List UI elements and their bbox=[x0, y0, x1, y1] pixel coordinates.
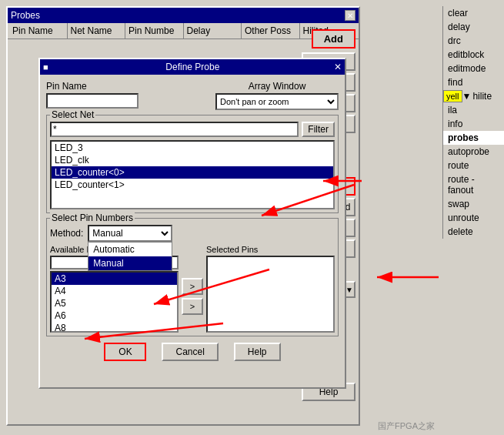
net-item-ledclk[interactable]: LED_clk bbox=[52, 154, 333, 166]
menu-delay[interactable]: delay bbox=[443, 20, 504, 34]
pin-name-input[interactable] bbox=[46, 93, 139, 109]
avail-pins-list[interactable]: A3 A4 A5 A6 A8 bbox=[50, 271, 179, 333]
method-select-container: Manual Automatic Automatic Manual bbox=[88, 225, 172, 242]
selected-pins-list[interactable] bbox=[206, 256, 335, 333]
probes-window: Probes ✕ Pin Name Net Name Pin Numbe Del… bbox=[6, 6, 360, 426]
define-probe-dialog: ■ Define Probe ✕ Pin Name Array Window D… bbox=[38, 58, 346, 389]
probes-title: Probes bbox=[11, 10, 40, 21]
menu-swap[interactable]: swap bbox=[443, 197, 504, 211]
table-header: Pin Name Net Name Pin Numbe Delay Other … bbox=[8, 23, 359, 39]
move-right-button[interactable]: > bbox=[182, 278, 203, 295]
menu-probes[interactable]: probes bbox=[443, 131, 504, 145]
ok-button[interactable]: OK bbox=[104, 343, 146, 361]
col-delay: Delay bbox=[184, 23, 242, 38]
pin-numbers-group: Select Pin Numbers Method: Manual Automa… bbox=[46, 218, 339, 336]
menu-editblock[interactable]: editblock bbox=[443, 48, 504, 62]
close-icon[interactable]: ✕ bbox=[345, 10, 355, 21]
pin-a3[interactable]: A3 bbox=[52, 273, 177, 285]
menu-drc[interactable]: drc bbox=[443, 34, 504, 48]
menu-route[interactable]: route bbox=[443, 159, 504, 172]
add-button[interactable]: Add bbox=[312, 29, 355, 49]
dropdown-mini-arrow[interactable]: ▼ bbox=[462, 91, 472, 102]
col-pin-name: Pin Name bbox=[9, 23, 68, 38]
method-label: Method: bbox=[50, 228, 83, 239]
menu-clear[interactable]: clear bbox=[443, 6, 504, 20]
pin-a8[interactable]: A8 bbox=[52, 322, 177, 333]
select-net-group: Select Net Filter LED_3 LED_clk LED_coun… bbox=[46, 115, 339, 213]
net-item-ledcounter0[interactable]: LED_counter<0> bbox=[52, 166, 333, 179]
net-item-led3[interactable]: LED_3 bbox=[52, 142, 333, 154]
menu-hilite-label[interactable]: hilite bbox=[471, 91, 492, 102]
method-manual[interactable]: Manual bbox=[88, 256, 172, 270]
dialog-titlebar: ■ Define Probe ✕ bbox=[40, 59, 345, 75]
move-right-all-button[interactable]: > bbox=[182, 298, 203, 315]
net-listbox[interactable]: LED_3 LED_clk LED_counter<0> LED_counter… bbox=[50, 140, 335, 209]
menu-find[interactable]: find bbox=[443, 75, 504, 89]
method-row: Method: Manual Automatic Automatic Manua… bbox=[50, 225, 335, 242]
selected-pins-col: Selected Pins bbox=[206, 245, 335, 333]
array-window-select[interactable]: Don't pan or zoom bbox=[215, 93, 339, 110]
pin-a4[interactable]: A4 bbox=[52, 285, 177, 297]
col-pin-numbe: Pin Numbe bbox=[125, 23, 184, 38]
dialog-title: Define Probe bbox=[165, 62, 219, 72]
yell-color-mini: yell bbox=[443, 90, 462, 102]
dialog-bottom-buttons: OK Cancel Help bbox=[46, 343, 339, 361]
menu-ila[interactable]: ila bbox=[443, 103, 504, 117]
method-automatic[interactable]: Automatic bbox=[88, 243, 172, 256]
arrow-buttons: > > bbox=[182, 245, 203, 333]
menu-hilite-row: yell ▼ hilite bbox=[443, 89, 504, 103]
select-pin-label: Select Pin Numbers bbox=[50, 212, 135, 223]
menu-editmode[interactable]: editmode bbox=[443, 62, 504, 75]
net-filter-row: Filter bbox=[50, 122, 335, 137]
dialog-close-icon[interactable]: ✕ bbox=[334, 62, 342, 72]
selected-pins-label: Selected Pins bbox=[206, 245, 335, 254]
menu-delete[interactable]: delete bbox=[443, 225, 504, 239]
dialog-body: Pin Name Array Window Don't pan or zoom … bbox=[40, 75, 345, 367]
watermark: 国产FPGA之家 bbox=[378, 420, 435, 432]
probes-titlebar: Probes ✕ bbox=[8, 8, 359, 23]
method-select[interactable]: Manual Automatic bbox=[88, 225, 172, 242]
pin-a6[interactable]: A6 bbox=[52, 310, 177, 322]
dialog-icon: ■ bbox=[43, 62, 48, 72]
col-net-name: Net Name bbox=[68, 23, 126, 38]
dialog-help-button[interactable]: Help bbox=[234, 343, 281, 361]
array-window-section: Array Window Don't pan or zoom bbox=[215, 81, 339, 110]
net-item-ledcounter1[interactable]: LED_counter<1> bbox=[52, 179, 333, 191]
pin-name-label: Pin Name bbox=[46, 81, 139, 92]
menu-route-fanout[interactable]: route -fanout bbox=[443, 172, 504, 197]
method-dropdown-popup: Automatic Manual bbox=[88, 242, 172, 271]
net-filter-input[interactable] bbox=[50, 122, 299, 137]
pin-name-section: Pin Name bbox=[46, 81, 139, 109]
cancel-button[interactable]: Cancel bbox=[162, 343, 218, 361]
menu-unroute[interactable]: unroute bbox=[443, 211, 504, 225]
right-menu: clear delay drc editblock editmode find … bbox=[442, 6, 504, 239]
menu-autoprobe[interactable]: autoprobe bbox=[443, 145, 504, 159]
pin-a5[interactable]: A5 bbox=[52, 297, 177, 310]
array-window-label: Array Window bbox=[215, 81, 339, 92]
col-other-poss: Other Poss bbox=[242, 23, 300, 38]
select-net-label: Select Net bbox=[50, 109, 95, 120]
filter-button[interactable]: Filter bbox=[302, 122, 335, 137]
top-form-row: Pin Name Array Window Don't pan or zoom bbox=[46, 81, 339, 110]
menu-info[interactable]: info bbox=[443, 117, 504, 131]
